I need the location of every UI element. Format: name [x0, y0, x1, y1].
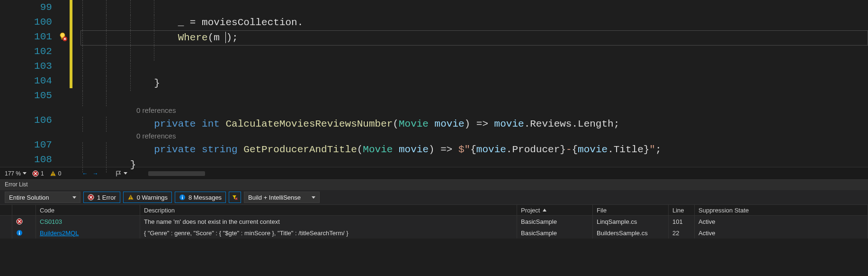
indent-guide [154, 46, 154, 61]
error-project: BasicSample [517, 227, 593, 239]
col-header-file-label: File [597, 207, 607, 214]
token [393, 144, 399, 155]
error-icon [88, 194, 94, 201]
token: .Producer [506, 144, 560, 155]
col-header-desc-label: Description [144, 207, 175, 214]
col-header-code[interactable]: Code [36, 205, 140, 215]
line-number: 105 [0, 90, 56, 101]
token [196, 119, 202, 129]
token: - [566, 144, 572, 155]
token [82, 32, 178, 43]
gutter-row: 101 [0, 29, 81, 44]
svg-rect-10 [182, 196, 183, 197]
token: . [297, 17, 304, 28]
col-header-file[interactable]: File [593, 205, 669, 215]
token [220, 32, 226, 43]
col-header-severity[interactable] [12, 205, 36, 215]
error-description: The name 'm' does not exist in the curre… [140, 216, 517, 227]
warning-count-value: 0 [58, 170, 62, 177]
messages-filter-label: 8 Messages [188, 194, 222, 201]
col-header-project[interactable]: Project [517, 205, 593, 215]
token: { [572, 144, 578, 155]
col-header-spacer[interactable] [0, 205, 12, 215]
gutter-row: 104 [0, 74, 81, 88]
code-line[interactable]: Where(m ); [81, 30, 868, 46]
line-number: 102 [0, 46, 56, 57]
token: ) [226, 32, 232, 43]
code-line[interactable] [81, 91, 868, 106]
code-line[interactable] [81, 61, 868, 76]
codelens[interactable]: 0 references [81, 132, 868, 142]
token: int [202, 119, 220, 129]
errors-filter-button[interactable]: 1 Error [83, 192, 120, 203]
zoom-dropdown[interactable]: 177 % [5, 170, 27, 177]
line-number: 106 [0, 115, 56, 126]
token: } [82, 78, 160, 89]
code-line[interactable] [81, 46, 868, 61]
token [429, 119, 435, 129]
token: GetProducerAndTitle [243, 144, 357, 155]
scope-value: Entire Solution [9, 194, 49, 201]
col-header-suppression[interactable]: Suppression State [695, 205, 868, 215]
code-line[interactable]: _ = moviesCollection. [81, 15, 868, 30]
gutter-row: 103 [0, 59, 81, 74]
token: private [154, 144, 196, 155]
code-line[interactable]: } [81, 157, 868, 173]
editor[interactable]: 99100101102103104105106107108 _ = movies… [0, 0, 868, 167]
error-code: CS0103 [40, 218, 62, 225]
svg-rect-3 [53, 173, 53, 175]
error-file: LinqSample.cs [593, 216, 669, 227]
warnings-filter-button[interactable]: 0 Warnings [123, 192, 172, 203]
code-line[interactable]: private int CalculateMoviesReviewsNumber… [81, 117, 868, 132]
line-number: 103 [0, 61, 56, 72]
indent-guide [130, 61, 131, 76]
col-header-line[interactable]: Line [669, 205, 695, 215]
build-intellisense-dropdown[interactable]: Build + IntelliSense [244, 192, 320, 203]
error-list-toolbar: Entire Solution 1 Error 0 Warnings 8 Mes… [0, 190, 868, 204]
codelens[interactable]: 0 references [81, 106, 868, 117]
table-row[interactable]: Builders2MQL{ "Genre" : genre, "Score" :… [0, 227, 868, 239]
code-line[interactable]: private string GetProducerAndTitle(Movie… [81, 142, 868, 157]
token: Movie [363, 144, 393, 155]
code-line[interactable] [81, 0, 868, 15]
error-icon [32, 170, 39, 177]
token: ( [357, 144, 363, 155]
indent-guide [130, 46, 131, 61]
error-count[interactable]: 1 [32, 170, 44, 177]
token: $" [458, 144, 470, 155]
warning-count[interactable]: 0 [50, 170, 62, 177]
gutter-row: 105 [0, 88, 81, 103]
code-line[interactable]: } [81, 76, 868, 91]
col-header-proj-label: Project [521, 207, 540, 214]
lightbulb-error-icon[interactable] [58, 32, 67, 41]
error-code[interactable]: Builders2MQL [40, 230, 79, 237]
error-suppression: Active [695, 216, 868, 227]
code-area[interactable]: _ = moviesCollection. Where(m ); }0 refe… [81, 0, 868, 167]
line-number: 100 [0, 17, 56, 28]
token: ) => [429, 144, 458, 155]
indent-guide [82, 61, 83, 76]
clear-filter-button[interactable] [229, 192, 241, 203]
errors-filter-label: 1 Error [97, 194, 116, 201]
table-header: Code Description Project File Line Suppr… [0, 204, 868, 216]
gutter: 99100101102103104105106107108 [0, 0, 81, 167]
token [82, 144, 154, 155]
error-count-value: 1 [41, 170, 44, 177]
gutter-row: 107 [0, 138, 81, 152]
messages-filter-button[interactable]: 8 Messages [175, 192, 226, 203]
svg-rect-7 [130, 199, 131, 199]
scope-dropdown[interactable]: Entire Solution [5, 192, 81, 203]
filter-clear-icon [232, 194, 238, 201]
gutter-row: 106 [0, 113, 81, 128]
indent-guide [154, 0, 154, 15]
token: movie [578, 144, 608, 155]
col-header-description[interactable]: Description [140, 205, 517, 215]
chevron-down-icon [23, 172, 27, 175]
table-row[interactable]: CS0103The name 'm' does not exist in the… [0, 216, 868, 227]
indent-guide [106, 61, 107, 76]
svg-rect-4 [53, 175, 53, 175]
col-header-supp-label: Suppression State [698, 207, 749, 214]
svg-rect-9 [182, 197, 183, 199]
token: private [154, 119, 196, 129]
indent-guide [82, 46, 83, 61]
